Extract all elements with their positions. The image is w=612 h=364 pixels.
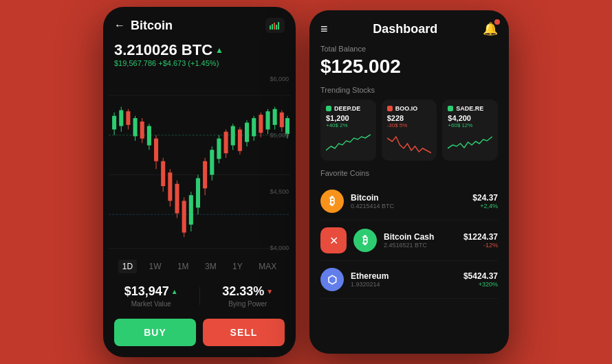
stat-divider bbox=[199, 287, 200, 305]
coin-price-col: $5424.37 +320% bbox=[463, 271, 498, 288]
svg-rect-39 bbox=[210, 150, 214, 174]
market-value-amount: $13,947 ▲ bbox=[114, 284, 188, 299]
dashboard-screen: ≡ Dashboard 🔔 Total Balance $125.002 Tre… bbox=[309, 10, 509, 354]
trend-dot-red bbox=[387, 106, 393, 111]
coin-name: Bitcoin bbox=[351, 193, 466, 203]
chart-toggle-icon[interactable] bbox=[265, 18, 285, 33]
back-button[interactable]: ← bbox=[114, 19, 125, 32]
market-value-label: Market Value bbox=[114, 300, 188, 308]
svg-rect-37 bbox=[203, 161, 207, 189]
trend-card-deepde[interactable]: DEEP.DE $1,200 +40$ 2% bbox=[320, 100, 376, 161]
svg-rect-1 bbox=[272, 24, 273, 30]
svg-rect-13 bbox=[119, 110, 123, 126]
buy-button[interactable]: BUY bbox=[114, 319, 196, 346]
svg-rect-35 bbox=[196, 178, 200, 207]
trend-card-booio[interactable]: BOO.IO $228 -30$ 5% bbox=[382, 100, 437, 161]
trend-price: $4,200 bbox=[448, 114, 492, 122]
svg-rect-3 bbox=[276, 25, 277, 30]
coin-info-bitcoincash: Bitcoin Cash 2.4516521 BTC bbox=[384, 232, 457, 249]
price-up-arrow: ▲ bbox=[215, 45, 223, 55]
coin-sub: 1.9320214 bbox=[351, 281, 457, 288]
price-labels: $6,000 $5,000 $4,500 $4,000 bbox=[270, 73, 289, 254]
svg-rect-31 bbox=[182, 201, 186, 232]
bitcoin-icon: ₿ bbox=[320, 190, 344, 213]
buying-power-stat: 32.33% ▼ Bying Power bbox=[211, 284, 285, 308]
trend-card-header: SADE.RE bbox=[448, 105, 492, 112]
notification-bell-icon[interactable]: 🔔 bbox=[483, 21, 498, 36]
svg-rect-21 bbox=[147, 126, 151, 146]
svg-rect-25 bbox=[161, 161, 165, 186]
btc-price-section: 3.210026 BTC ▲ $19,567.786 +$4.673 (+1.4… bbox=[103, 38, 296, 73]
coin-item-bitcoin[interactable]: ₿ Bitcoin 0.4215414 BTC $24.37 +2,4% bbox=[320, 183, 498, 220]
ethereum-icon: ⬡ bbox=[320, 268, 344, 291]
svg-rect-29 bbox=[175, 184, 179, 214]
coin-info-bitcoin: Bitcoin 0.4215414 BTC bbox=[351, 193, 466, 209]
price-label-4500: $4,500 bbox=[270, 188, 289, 195]
svg-rect-27 bbox=[168, 172, 172, 201]
coin-item-bitcoincash[interactable]: ✕ ₿ Bitcoin Cash 2.4516521 BTC $1224.37 … bbox=[320, 220, 498, 261]
sell-button[interactable]: SELL bbox=[203, 319, 285, 346]
notification-dot bbox=[494, 19, 500, 25]
coin-price-col: $1224.37 -12% bbox=[463, 232, 498, 249]
stats-row: $13,947 ▲ Market Value 32.33% ▼ Bying Po… bbox=[103, 279, 296, 313]
svg-rect-19 bbox=[140, 122, 144, 139]
detail-header: ← Bitcoin bbox=[103, 7, 296, 38]
bitcoin-detail-screen: ← Bitcoin 3.210026 BTC ▲ $19,567.786 + bbox=[103, 7, 296, 357]
favorite-coins-section: Favorite Coins ₿ Bitcoin 0.4215414 BTC $… bbox=[309, 166, 509, 354]
price-label-5000: $5,000 bbox=[270, 132, 289, 139]
trend-price: $228 bbox=[387, 114, 432, 122]
coin-price: $1224.37 bbox=[463, 232, 498, 242]
buying-power-amount: 32.33% ▼ bbox=[211, 284, 285, 299]
svg-rect-15 bbox=[126, 111, 130, 125]
svg-rect-33 bbox=[189, 195, 193, 225]
coin-sub: 0.4215414 BTC bbox=[351, 203, 466, 209]
svg-rect-43 bbox=[224, 132, 228, 153]
coin-name: Bitcoin Cash bbox=[384, 232, 457, 242]
price-label-4000: $4,000 bbox=[270, 244, 289, 251]
balance-section: Total Balance $125.002 bbox=[309, 42, 509, 86]
coin-info-ethereum: Ethereum 1.9320214 bbox=[351, 271, 457, 288]
time-btn-1m[interactable]: 1M bbox=[173, 260, 193, 273]
coin-price-col: $24.37 +2,4% bbox=[472, 193, 498, 209]
action-buttons: BUY SELL bbox=[103, 313, 296, 357]
trend-dot-green bbox=[326, 106, 331, 111]
trend-change: +40$ 2% bbox=[326, 122, 371, 128]
trend-change: +60$ 12% bbox=[448, 122, 492, 128]
bitcoincash-icon: ₿ bbox=[353, 229, 377, 252]
time-btn-1d[interactable]: 1D bbox=[118, 260, 137, 273]
svg-rect-11 bbox=[112, 116, 116, 130]
trend-card-header: BOO.IO bbox=[387, 105, 432, 112]
svg-rect-4 bbox=[278, 22, 279, 30]
trend-change: -30$ 5% bbox=[387, 122, 432, 128]
trend-mini-chart bbox=[326, 131, 371, 155]
coin-name: Ethereum bbox=[351, 271, 457, 281]
svg-rect-23 bbox=[154, 139, 158, 161]
svg-rect-51 bbox=[252, 118, 256, 136]
trend-card-sadere[interactable]: SADE.RE $4,200 +60$ 12% bbox=[442, 100, 498, 161]
trending-cards: DEEP.DE $1,200 +40$ 2% bbox=[320, 100, 498, 161]
svg-rect-17 bbox=[133, 118, 138, 136]
time-btn-1w[interactable]: 1W bbox=[144, 260, 165, 273]
svg-rect-45 bbox=[231, 126, 235, 146]
time-btn-3m[interactable]: 3M bbox=[201, 260, 221, 273]
price-label-6000: $6,000 bbox=[270, 76, 289, 82]
coin-price: $24.37 bbox=[472, 193, 498, 203]
time-period-selector: 1D 1W 1M 3M 1Y MAX bbox=[103, 254, 296, 279]
trending-label: Trending Stocks bbox=[320, 86, 498, 94]
trend-mini-chart bbox=[448, 131, 492, 155]
time-btn-1y[interactable]: 1Y bbox=[228, 260, 247, 273]
btc-amount: 3.210026 BTC ▲ bbox=[114, 41, 285, 59]
dashboard-title: Dashboard bbox=[373, 22, 437, 36]
balance-amount: $125.002 bbox=[320, 56, 498, 78]
btc-usd-price: $19,567.786 +$4.673 (+1.45%) bbox=[114, 59, 285, 67]
trend-dot-green bbox=[448, 106, 453, 111]
svg-rect-2 bbox=[274, 23, 275, 30]
delete-coin-button[interactable]: ✕ bbox=[320, 227, 347, 253]
menu-icon[interactable]: ≡ bbox=[320, 22, 328, 36]
detail-title: Bitcoin bbox=[131, 19, 173, 33]
dashboard-header: ≡ Dashboard 🔔 bbox=[309, 10, 509, 42]
coin-item-ethereum[interactable]: ⬡ Ethereum 1.9320214 $5424.37 +320% bbox=[320, 261, 498, 299]
svg-rect-41 bbox=[217, 139, 221, 159]
candlestick-chart-area: $6,000 $5,000 $4,500 $4,000 bbox=[103, 73, 296, 254]
time-btn-max[interactable]: MAX bbox=[254, 260, 281, 273]
